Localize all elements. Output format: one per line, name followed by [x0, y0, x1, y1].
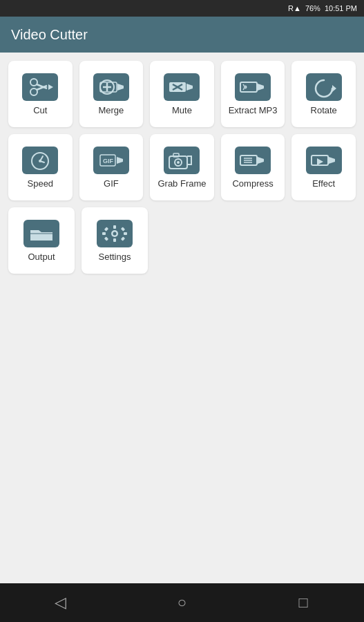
speed-icon — [22, 147, 58, 174]
mute-label: Mute — [172, 105, 192, 115]
bottom-nav: ◁ ○ □ — [0, 583, 364, 622]
speed-label: Speed — [28, 178, 54, 189]
tool-speed[interactable]: Speed — [8, 134, 73, 200]
svg-rect-50 — [113, 225, 116, 229]
merge-icon — [93, 73, 129, 101]
compress-label: Compress — [232, 178, 273, 189]
back-button[interactable]: ◁ — [40, 583, 82, 622]
grid-row-2: Speed GIF GIF — [8, 134, 356, 200]
recent-button[interactable]: □ — [282, 583, 324, 622]
output-label: Output — [28, 252, 55, 262]
svg-point-49 — [113, 232, 117, 235]
gif-icon: GIF — [93, 147, 129, 174]
tool-compress[interactable]: Compress — [221, 134, 285, 200]
extract-mp3-icon — [235, 73, 271, 101]
main-content: Cut Merge — [0, 53, 364, 583]
battery-text: 76% — [305, 4, 320, 12]
extract-mp3-label: Extract MP3 — [229, 105, 278, 115]
tool-settings[interactable]: Settings — [82, 207, 148, 274]
tool-output[interactable]: Output — [8, 207, 75, 274]
rotate-label: Rotate — [311, 105, 337, 115]
output-icon — [23, 220, 59, 247]
grid-row-3: Output Settings — [8, 207, 356, 274]
grab-frame-label: Grab Frame — [157, 178, 206, 189]
svg-point-26 — [39, 160, 41, 162]
home-icon: ○ — [178, 594, 186, 612]
compress-icon — [235, 147, 271, 174]
gif-label: GIF — [104, 178, 119, 189]
settings-label: Settings — [99, 252, 131, 262]
svg-text:GIF: GIF — [103, 158, 114, 164]
effect-label: Effect — [312, 178, 335, 189]
svg-rect-52 — [102, 232, 106, 235]
status-bar: R▲ 76% 10:51 PM — [0, 0, 364, 17]
settings-icon — [97, 220, 133, 247]
signal-icon: R▲ — [288, 4, 301, 12]
tool-merge[interactable]: Merge — [79, 61, 144, 127]
home-button[interactable]: ○ — [161, 583, 202, 622]
back-icon: ◁ — [55, 594, 66, 612]
mute-icon — [164, 73, 200, 101]
rotate-icon — [306, 73, 342, 101]
tool-rotate[interactable]: Rotate — [291, 61, 356, 127]
recent-icon: □ — [298, 594, 307, 612]
app-title: Video Cutter — [11, 27, 88, 43]
tool-cut[interactable]: Cut — [8, 61, 73, 127]
effect-icon — [306, 147, 342, 174]
top-bar: Video Cutter — [0, 17, 364, 53]
grab-frame-icon — [164, 147, 200, 174]
svg-rect-53 — [124, 232, 127, 235]
tool-gif[interactable]: GIF GIF — [79, 134, 144, 200]
tool-grab-frame[interactable]: Grab Frame — [150, 134, 214, 200]
cut-label: Cut — [33, 105, 47, 115]
svg-point-35 — [177, 161, 180, 164]
svg-rect-51 — [113, 238, 116, 242]
merge-label: Merge — [98, 105, 124, 115]
cut-icon — [22, 73, 58, 101]
tool-mute[interactable]: Mute — [150, 61, 214, 127]
tool-effect[interactable]: Effect — [291, 134, 356, 200]
grid-row-1: Cut Merge — [8, 61, 356, 127]
tool-extract-mp3[interactable]: Extract MP3 — [221, 61, 285, 127]
time-text: 10:51 PM — [325, 4, 357, 12]
